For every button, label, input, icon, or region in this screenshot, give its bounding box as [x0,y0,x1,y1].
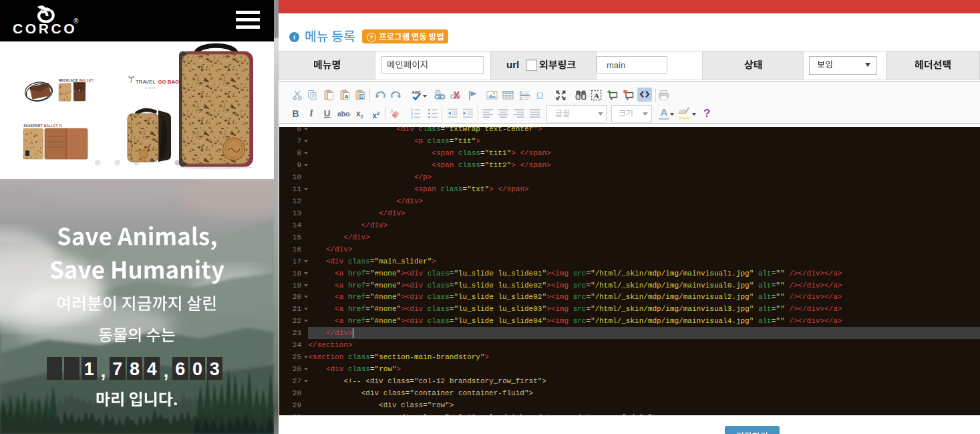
svg-text:SINCE: SINCE [146,87,156,90]
svg-text:3: 3 [411,115,413,119]
svg-text:GO BAG: GO BAG [158,79,180,85]
svg-text:A: A [519,96,522,101]
svg-text:Ω: Ω [536,90,543,101]
svg-text:PASSPORT WALLET 7t: PASSPORT WALLET 7t [24,124,63,128]
svg-text:ab: ab [679,108,685,115]
svg-text:W: W [360,94,365,99]
svg-text:A: A [594,92,599,100]
svg-text:NECKLACE WALLET: NECKLACE WALLET [59,79,94,82]
svg-text:A: A [519,90,522,95]
svg-text:TRAVEL: TRAVEL [136,79,156,85]
svg-text:A: A [345,94,349,100]
